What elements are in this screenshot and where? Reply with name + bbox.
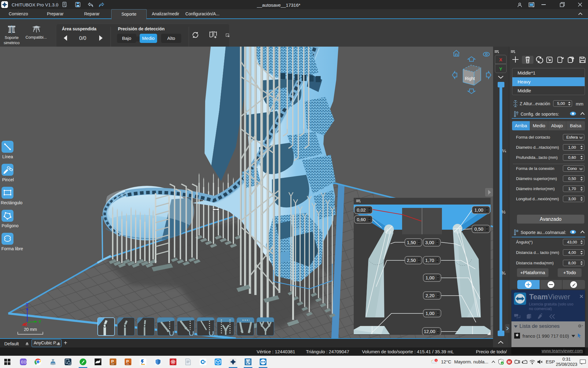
svg-text:3,00: 3,00 — [425, 240, 434, 245]
svg-text:2,50: 2,50 — [407, 258, 416, 263]
svg-text:0,50: 0,50 — [474, 226, 483, 232]
svg-text:Right: Right — [465, 76, 475, 81]
svg-text:Z: Z — [26, 302, 28, 307]
svg-text:1,00: 1,00 — [425, 275, 434, 280]
svg-text:2,20: 2,20 — [425, 293, 434, 298]
svg-text:M: M — [508, 360, 511, 364]
svg-text:1,70: 1,70 — [425, 258, 434, 263]
svg-text:SRP: SRP — [111, 363, 115, 365]
svg-text:1,00: 1,00 — [425, 311, 434, 316]
svg-text:1: 1 — [435, 359, 437, 362]
svg-text:20 mm: 20 mm — [24, 327, 37, 332]
svg-text:0,60: 0,60 — [357, 217, 366, 222]
svg-text:MRL: MRL — [126, 363, 130, 365]
svg-text:1,50: 1,50 — [407, 240, 416, 245]
svg-text:Y: Y — [38, 319, 41, 324]
svg-text:12,00: 12,00 — [424, 329, 435, 334]
svg-text:X: X — [24, 322, 27, 327]
svg-text:7: 7 — [100, 359, 101, 362]
svg-text:1,00: 1,00 — [474, 207, 483, 213]
svg-text:0,02: 0,02 — [357, 207, 366, 213]
svg-text:EO: EO — [21, 360, 26, 364]
